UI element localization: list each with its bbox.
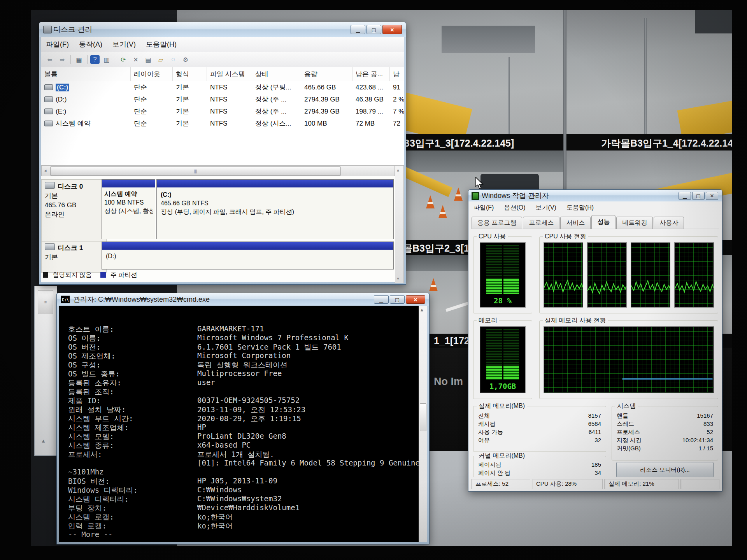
minimize-button[interactable]: ▁ bbox=[374, 295, 389, 304]
column-layout[interactable]: 레이아웃 bbox=[131, 67, 173, 81]
tab-performance[interactable]: 성능 bbox=[591, 215, 615, 229]
partition-system-reserved[interactable]: 시스템 예약 100 MB NTFS 정상 (시스템, 활성 bbox=[102, 179, 155, 239]
scroll-left-icon[interactable]: ◂ bbox=[44, 168, 47, 173]
console-tree-icon[interactable]: ▦ bbox=[74, 54, 84, 65]
delete-icon[interactable]: ✕ bbox=[130, 54, 141, 65]
column-status[interactable]: 상태 bbox=[252, 67, 301, 81]
cctv-dark-corner bbox=[695, 10, 732, 33]
cmd-window: C:\ 관리자: C:₩Windows₩system32₩cmd.exe ▁ ▢… bbox=[56, 293, 430, 544]
volume-row-system-reserved[interactable]: 시스템 예약 단순기본 NTFS정상 (시스... 100 MB72 MB 72 bbox=[41, 117, 404, 130]
scrollbar-thumb[interactable]: ||| bbox=[50, 166, 341, 176]
cctv-pole bbox=[508, 57, 510, 134]
close-button[interactable]: ✕ bbox=[382, 25, 402, 34]
tab-services[interactable]: 서비스 bbox=[560, 217, 591, 229]
disk0-name: 디스크 0 bbox=[58, 183, 83, 190]
task-manager-menubar: 파일(F) 옵션(O) 보기(V) 도움말(H) bbox=[469, 201, 722, 214]
window-title: Windows 작업 관리자 bbox=[482, 191, 549, 200]
task-manager-tabstrip: 응용 프로그램 프로세스 서비스 성능 네트워킹 사용자 bbox=[472, 215, 719, 229]
tab-networking[interactable]: 네트워킹 bbox=[616, 217, 653, 229]
close-button[interactable]: ✕ bbox=[406, 295, 425, 304]
scroll-up-icon[interactable]: ▴ bbox=[397, 167, 399, 173]
physical-cached-label: 캐시됨 bbox=[478, 420, 496, 428]
menu-help[interactable]: 도움말(H) bbox=[566, 204, 594, 212]
minimize-button[interactable]: ▁ bbox=[351, 25, 365, 34]
kernel-nonpaged-value: 34 bbox=[594, 469, 601, 477]
physical-free-label: 여유 bbox=[478, 437, 490, 444]
cctv-camera-label: 가락몰B3입구1_4[172.4.22.146] bbox=[601, 137, 732, 150]
system-threads-value: 833 bbox=[703, 420, 713, 428]
disk0-state: 온라인 bbox=[45, 210, 103, 219]
tab-processes[interactable]: 프로세스 bbox=[523, 217, 559, 229]
column-free-pct[interactable]: 남 bbox=[390, 67, 404, 81]
menu-file[interactable]: 파일(F) bbox=[473, 204, 494, 212]
cpu-usage-gauge: 28 % bbox=[480, 242, 526, 308]
column-volume[interactable]: 볼륨 bbox=[41, 67, 131, 81]
photo-of-monitor: 가락몰B3입구1_3[172.4.22.145] 가락몰B3입구1_4[172.… bbox=[0, 0, 747, 560]
disk-management-window: 디스크 관리 ▁ ▢ ✕ 파일(F) 동작(A) 보기(V) 도움말(H) ⬅ … bbox=[39, 22, 406, 285]
horizontal-scrollbar[interactable]: ◂ ||| bbox=[41, 165, 395, 177]
task-manager-icon bbox=[472, 192, 479, 200]
menu-view[interactable]: 보기(V) bbox=[112, 40, 136, 49]
maximize-button[interactable]: ▢ bbox=[390, 295, 405, 304]
search-icon[interactable]: ◌ bbox=[168, 54, 179, 65]
partition-d[interactable]: (D:) bbox=[102, 242, 394, 270]
disk1-info-cell[interactable]: 디스크 1 기본 bbox=[41, 242, 107, 273]
column-free[interactable]: 남은 공... bbox=[352, 67, 390, 81]
cmd-titlebar[interactable]: C:\ 관리자: C:₩Windows₩system32₩cmd.exe ▁ ▢… bbox=[57, 293, 429, 306]
memory-gauge: 1,70GB bbox=[480, 326, 526, 393]
cmd-scrollbar[interactable]: ▲ bbox=[419, 306, 427, 542]
panes-icon[interactable]: ▥ bbox=[101, 54, 112, 65]
volume-row-c[interactable]: (C:) 단순기본 NTFS정상 (부팅... 465.66 GB423.68 … bbox=[41, 81, 404, 93]
maximize-button[interactable]: ▢ bbox=[692, 192, 705, 200]
task-manager-titlebar[interactable]: Windows 작업 관리자 ▁ ▢ ✕ bbox=[468, 190, 722, 201]
scroll-down-icon[interactable]: ▾ bbox=[397, 276, 399, 281]
menu-action[interactable]: 동작(A) bbox=[79, 40, 102, 49]
help-icon[interactable]: ? bbox=[90, 55, 100, 64]
disk0-size: 465.76 GB bbox=[45, 201, 103, 210]
properties-icon[interactable]: ▤ bbox=[143, 54, 154, 65]
forward-icon[interactable]: ➡ bbox=[57, 54, 68, 65]
menu-file[interactable]: 파일(F) bbox=[46, 40, 69, 49]
legend-primary-swatch bbox=[100, 272, 106, 278]
tab-users[interactable]: 사용자 bbox=[654, 217, 684, 229]
tab-applications[interactable]: 응용 프로그램 bbox=[472, 217, 522, 229]
status-processes: 프로세스: 52 bbox=[471, 479, 530, 489]
status-cpu: CPU 사용: 28% bbox=[532, 479, 603, 489]
resource-monitor-button[interactable]: 리소스 모니터(R)... bbox=[616, 462, 714, 478]
cctv-road-marking bbox=[445, 302, 469, 312]
vertical-scrollbar[interactable]: ▴ ▾ bbox=[395, 165, 404, 283]
volume-row-e[interactable]: (E:) 단순기본 NTFS정상 (주 ... 2794.39 GB198.79… bbox=[41, 105, 404, 117]
column-filesystem[interactable]: 파일 시스템 bbox=[207, 67, 252, 81]
scrollbar-thumb[interactable]: ≡ bbox=[38, 290, 53, 314]
task-manager-window: Windows 작업 관리자 ▁ ▢ ✕ 파일(F) 옵션(O) 보기(V) 도… bbox=[468, 189, 722, 492]
menu-options[interactable]: 옵션(O) bbox=[504, 204, 525, 212]
menu-view[interactable]: 보기(V) bbox=[536, 204, 556, 212]
memory-history-graph bbox=[544, 326, 714, 393]
back-icon[interactable]: ⬅ bbox=[44, 54, 55, 65]
disk0-info-cell[interactable]: 디스크 0 기본 465.76 GB 온라인 bbox=[41, 179, 107, 244]
scrollbar-thumb[interactable] bbox=[420, 403, 426, 431]
partition-c[interactable]: (C:) 465.66 GB NTFS 정상 (부팅, 페이지 파일, 크래시 … bbox=[156, 179, 394, 239]
kernel-paged-label: 페이지됨 bbox=[478, 461, 502, 469]
menu-help[interactable]: 도움말(H) bbox=[146, 40, 177, 49]
volume-row-d[interactable]: (D:) 단순기본 NTFS정상 (주 ... 2794.39 GB46.38 … bbox=[41, 93, 404, 105]
system-handles-value: 15167 bbox=[697, 412, 713, 420]
scroll-arrow-icon[interactable]: ▲ bbox=[41, 438, 46, 444]
open-folder-icon[interactable]: ▱ bbox=[155, 54, 166, 65]
settings-icon[interactable]: ⚙ bbox=[180, 54, 191, 65]
system-processes-label: 프로세스 bbox=[617, 429, 640, 436]
cpu-history-group: CPU 사용 현황 bbox=[539, 236, 718, 313]
task-manager-statusbar: 프로세스: 52 CPU 사용: 28% 실제 메모리: 21% bbox=[469, 477, 722, 491]
memory-group: 메모리 1,70GB bbox=[473, 320, 532, 399]
maximize-button[interactable]: ▢ bbox=[366, 25, 381, 34]
cmd-output[interactable]: 호스트 이름:GARAKMARKET-171 OS 이름:Microsoft W… bbox=[59, 306, 427, 542]
disk-management-titlebar[interactable]: 디스크 관리 ▁ ▢ ✕ bbox=[39, 22, 406, 37]
column-format[interactable]: 형식 bbox=[173, 67, 207, 81]
close-button[interactable]: ✕ bbox=[706, 192, 718, 200]
monitor-screen: 가락몰B3입구1_3[172.4.22.145] 가락몰B3입구1_4[172.… bbox=[31, 10, 732, 546]
status-memory: 실제 메모리: 21% bbox=[604, 479, 679, 489]
minimize-button[interactable]: ▁ bbox=[679, 192, 691, 200]
refresh-icon[interactable]: ⟳ bbox=[118, 54, 129, 65]
scroll-up-icon[interactable]: ▲ bbox=[421, 307, 423, 312]
column-capacity[interactable]: 용량 bbox=[301, 67, 352, 81]
